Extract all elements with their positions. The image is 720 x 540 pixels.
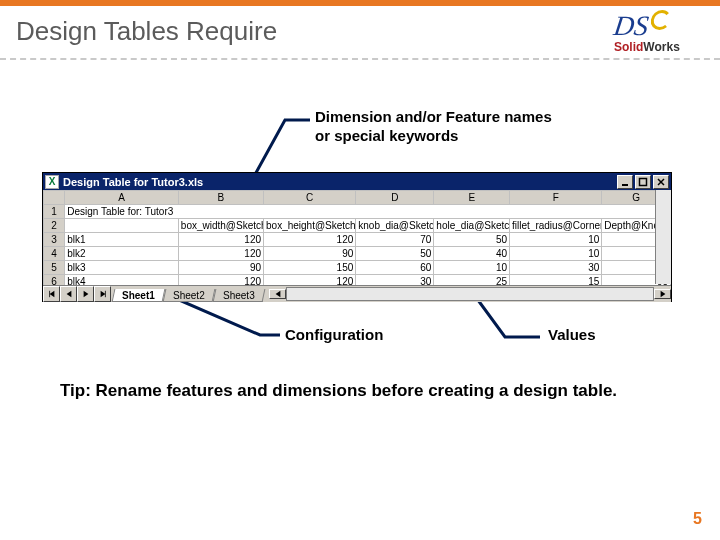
table-row: 5 blk3 90 150 60 10 30 15 bbox=[44, 261, 671, 275]
tab-nav-first[interactable] bbox=[43, 286, 60, 302]
table-row: 1 Design Table for: Tutor3 bbox=[44, 205, 671, 219]
sheet-tab[interactable]: Sheet1 bbox=[112, 289, 166, 302]
svg-marker-7 bbox=[83, 291, 88, 297]
horizontal-scrollbar[interactable] bbox=[269, 286, 671, 302]
scroll-right[interactable] bbox=[654, 289, 671, 299]
table-row: 6 blk4 120 120 30 25 15 90 bbox=[44, 275, 671, 286]
table-row: 4 blk2 120 90 50 40 10 15 bbox=[44, 247, 671, 261]
sheet-area[interactable]: A B C D E F G 1 Design Table for: Tutor3… bbox=[43, 190, 671, 285]
svg-marker-8 bbox=[100, 291, 105, 297]
window-title-text: Design Table for Tutor3.xls bbox=[63, 176, 203, 188]
minimize-button[interactable] bbox=[617, 175, 633, 189]
col-header[interactable]: C bbox=[264, 191, 356, 205]
sheet-tabs: Sheet1 Sheet2 Sheet3 bbox=[113, 286, 263, 302]
page-title: Design Tables Require bbox=[16, 16, 614, 57]
tip-text: Tip: Rename features and dimensions befo… bbox=[60, 380, 660, 402]
slide-header: Design Tables Require DS SolidWorks bbox=[0, 6, 720, 60]
col-header[interactable]: D bbox=[356, 191, 434, 205]
window-footer: Sheet1 Sheet2 Sheet3 bbox=[43, 285, 671, 302]
tip-body: Rename features and dimensions before cr… bbox=[96, 381, 617, 400]
spreadsheet-grid[interactable]: A B C D E F G 1 Design Table for: Tutor3… bbox=[43, 190, 671, 285]
column-header-row: A B C D E F G bbox=[44, 191, 671, 205]
tip-label: Tip: bbox=[60, 381, 91, 400]
callout-header-names: Dimension and/or Feature names or specia… bbox=[315, 108, 635, 146]
window-titlebar: X Design Table for Tutor3.xls bbox=[43, 173, 671, 190]
excel-icon: X bbox=[45, 175, 59, 189]
close-button[interactable] bbox=[653, 175, 669, 189]
tab-nav-prev[interactable] bbox=[60, 286, 77, 302]
title-cell[interactable]: Design Table for: Tutor3 bbox=[65, 205, 671, 219]
tab-nav-next[interactable] bbox=[77, 286, 94, 302]
col-header[interactable]: B bbox=[178, 191, 263, 205]
table-row: 3 blk1 120 120 70 50 10 50 bbox=[44, 233, 671, 247]
svg-marker-6 bbox=[66, 291, 71, 297]
svg-marker-10 bbox=[275, 291, 280, 297]
table-row: 2 box_width@Sketch1 box_height@Sketch1 k… bbox=[44, 219, 671, 233]
sheet-tab[interactable]: Sheet3 bbox=[212, 289, 264, 302]
col-header[interactable]: A bbox=[65, 191, 179, 205]
vertical-scrollbar[interactable] bbox=[655, 190, 671, 284]
page-number: 5 bbox=[693, 510, 702, 528]
svg-marker-4 bbox=[49, 291, 54, 297]
callout-values: Values bbox=[548, 326, 596, 343]
maximize-button[interactable] bbox=[635, 175, 651, 189]
svg-marker-11 bbox=[660, 291, 665, 297]
col-header[interactable]: F bbox=[510, 191, 602, 205]
scroll-left[interactable] bbox=[269, 289, 286, 299]
callout-configuration: Configuration bbox=[285, 326, 383, 343]
excel-window: X Design Table for Tutor3.xls A B C D E … bbox=[42, 172, 672, 302]
solidworks-logo: DS SolidWorks bbox=[614, 14, 704, 58]
sheet-tab[interactable]: Sheet2 bbox=[162, 289, 214, 302]
svg-rect-1 bbox=[640, 178, 647, 185]
tab-nav-last[interactable] bbox=[94, 286, 111, 302]
col-header[interactable]: E bbox=[434, 191, 510, 205]
